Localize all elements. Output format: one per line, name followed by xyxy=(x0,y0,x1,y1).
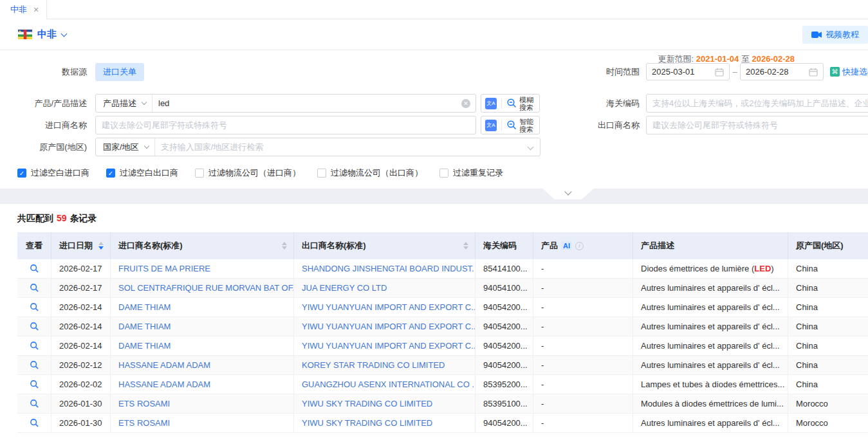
clear-input-icon[interactable]: ✕ xyxy=(461,99,470,108)
view-detail-search-icon[interactable] xyxy=(30,418,39,428)
exporter-row: 出口商名称 xyxy=(563,116,868,134)
sort-icon[interactable] xyxy=(458,242,468,250)
view-detail-search-icon[interactable] xyxy=(30,264,39,273)
checkbox-checked-icon[interactable]: ✓ xyxy=(17,169,26,178)
cell-importer-link[interactable]: DAME THIAM xyxy=(111,336,294,355)
video-tutorial-button[interactable]: 视频教程 xyxy=(802,26,868,44)
exporter-label: 出口商名称 xyxy=(563,120,640,131)
filter-checkbox[interactable]: 过滤物流公司（出口商） xyxy=(317,167,423,179)
checkbox-unchecked-icon[interactable] xyxy=(439,169,448,178)
cell-importer-link[interactable]: DAME THIAM xyxy=(111,317,294,336)
cell-origin-country: China xyxy=(788,317,868,336)
checkbox-unchecked-icon[interactable] xyxy=(195,169,204,178)
cell-exporter-link[interactable]: KOREY STAR TRADING CO LIMITED xyxy=(294,356,476,374)
cell-importer-link[interactable]: DAME THIAM xyxy=(111,298,294,316)
cell-exporter-link[interactable]: JUA ENERGY CO LTD xyxy=(294,279,476,297)
data-source-label: 数据源 xyxy=(13,66,87,78)
cell-hs-code: 94054200... xyxy=(476,356,533,374)
import-declaration-chip[interactable]: 进口关单 xyxy=(95,63,144,81)
sort-icon[interactable] xyxy=(277,242,287,250)
view-detail-search-icon[interactable] xyxy=(30,322,39,331)
translate-icon[interactable]: 文A xyxy=(485,98,497,109)
cell-importer-link[interactable]: FRUITS DE MA PRIERE xyxy=(111,259,294,278)
filter-checkbox[interactable]: 过滤物流公司（进口商） xyxy=(195,167,300,179)
cell-import-date: 2026-02-02 xyxy=(51,375,111,394)
cell-product: - xyxy=(533,414,633,432)
view-detail-search-icon[interactable] xyxy=(30,341,39,351)
end-date-input[interactable]: 2026-02-28 xyxy=(740,63,824,80)
view-detail-search-icon[interactable] xyxy=(30,360,39,370)
divider xyxy=(501,120,502,131)
filter-checkbox[interactable]: ✓过滤空白出口商 xyxy=(106,167,178,179)
importer-row: 进口商名称 文A 智能搜索 xyxy=(13,116,540,134)
product-label: 产品/产品描述 xyxy=(13,98,87,109)
chevron-down-icon[interactable] xyxy=(61,30,68,37)
cell-hs-code: 94054200... xyxy=(476,317,533,336)
column-header[interactable]: 出口商名称(标准) xyxy=(294,232,476,259)
cell-exporter-link[interactable]: YIWU YUANYUAN IMPORT AND EXPORT C... xyxy=(294,317,476,336)
cell-exporter-link[interactable]: YIWU SKY TRADING CO LIMITED xyxy=(294,414,476,432)
smart-search-button[interactable]: 智能搜索 xyxy=(506,118,535,133)
cell-exporter-link[interactable]: YIWU YUANYUAN IMPORT AND EXPORT C... xyxy=(294,336,476,355)
table-row: 2026-02-14DAME THIAMYIWU YUANYUAN IMPORT… xyxy=(17,298,868,317)
filter-checkbox-row: ✓过滤空白进口商✓过滤空白出口商过滤物流公司（进口商）过滤物流公司（出口商）过滤… xyxy=(17,167,503,179)
fuzzy-search-label: 模糊搜索 xyxy=(519,96,535,111)
view-detail-search-icon[interactable] xyxy=(30,399,39,408)
cell-origin-country: China xyxy=(788,279,868,297)
sort-icon[interactable] xyxy=(93,242,104,250)
cell-exporter-link[interactable]: GUANGZHOU ASENX INTERNATIONAL CO ... xyxy=(294,375,476,394)
cell-import-date: 2026-01-30 xyxy=(51,414,111,432)
origin-type-value: 国家/地区 xyxy=(103,142,139,153)
cell-importer-link[interactable]: ETS ROSAMI xyxy=(111,414,294,432)
filter-checkbox[interactable]: 过滤重复记录 xyxy=(439,167,503,179)
cell-import-date: 2026-01-30 xyxy=(51,394,111,413)
cell-importer-link[interactable]: SOL CENTRAFRIQUE RUE MORVAN BAT OF... xyxy=(111,279,294,297)
checkbox-label: 过滤空白进口商 xyxy=(31,167,89,179)
cell-origin-country: China xyxy=(788,356,868,374)
view-detail-search-icon[interactable] xyxy=(30,283,39,293)
product-search-input[interactable] xyxy=(152,98,461,108)
info-icon[interactable]: i xyxy=(575,242,584,250)
app-window: 中非 × 中非 视频教程 更新范围: 2021-0 xyxy=(0,0,868,440)
checkbox-unchecked-icon[interactable] xyxy=(317,169,326,178)
product-type-select[interactable]: 产品描述 xyxy=(96,95,152,112)
hs-code-input[interactable] xyxy=(647,98,868,108)
view-cell xyxy=(17,414,51,432)
chevron-down-icon xyxy=(143,143,149,149)
video-camera-icon xyxy=(811,31,822,39)
checkbox-label: 过滤空白出口商 xyxy=(120,167,178,179)
cell-exporter-link[interactable]: YIWU YUANYUAN IMPORT AND EXPORT C... xyxy=(294,298,476,316)
checkbox-checked-icon[interactable]: ✓ xyxy=(106,169,115,178)
quick-select-button[interactable]: ⌘ 快捷选择 xyxy=(830,66,868,78)
cell-exporter-link[interactable]: YIWU SKY TRADING CO LIMITED xyxy=(294,394,476,413)
filter-checkbox[interactable]: ✓过滤空白进口商 xyxy=(17,167,89,179)
column-header[interactable]: 进口日期 xyxy=(51,232,111,259)
view-detail-search-icon[interactable] xyxy=(30,302,39,312)
cell-product-description: Modules à diodes émettrices de lumi... xyxy=(633,394,788,413)
time-range-row: 时间范围 2025-03-01 – 2026-02-28 ⌘ 快捷选择 xyxy=(563,63,868,80)
tab-zhongfei[interactable]: 中非 × xyxy=(0,0,47,19)
fuzzy-search-button[interactable]: 模糊搜索 xyxy=(506,96,535,111)
origin-type-select[interactable]: 国家/地区 xyxy=(96,138,155,156)
translate-icon[interactable]: 文A xyxy=(485,120,497,131)
search-icon xyxy=(506,98,517,109)
close-icon[interactable]: × xyxy=(33,5,39,15)
cell-exporter-link[interactable]: SHANDONG JINSHENGTAI BOARD INDUST... xyxy=(294,259,476,278)
column-header-label: 进口日期 xyxy=(59,240,93,252)
quick-select-label: 快捷选择 xyxy=(842,66,868,78)
start-date-input[interactable]: 2025-03-01 xyxy=(646,63,730,80)
collapse-toggle[interactable] xyxy=(542,188,594,199)
cell-importer-link[interactable]: HASSANE ADAM ADAM xyxy=(111,356,294,374)
exporter-name-input[interactable] xyxy=(647,120,868,130)
column-header: 海关编码 xyxy=(476,232,533,259)
cell-product: - xyxy=(533,317,633,336)
importer-name-input[interactable] xyxy=(96,120,476,130)
cell-importer-link[interactable]: HASSANE ADAM ADAM xyxy=(111,375,294,394)
page-header: 中非 视频教程 xyxy=(0,19,868,50)
view-cell xyxy=(17,279,51,297)
view-detail-search-icon[interactable] xyxy=(30,380,39,389)
column-header[interactable]: 进口商名称(标准) xyxy=(111,232,294,259)
cell-importer-link[interactable]: ETS ROSAMI xyxy=(111,394,294,413)
origin-country-input[interactable] xyxy=(155,142,528,152)
country-selector[interactable]: 中非 xyxy=(37,28,57,41)
